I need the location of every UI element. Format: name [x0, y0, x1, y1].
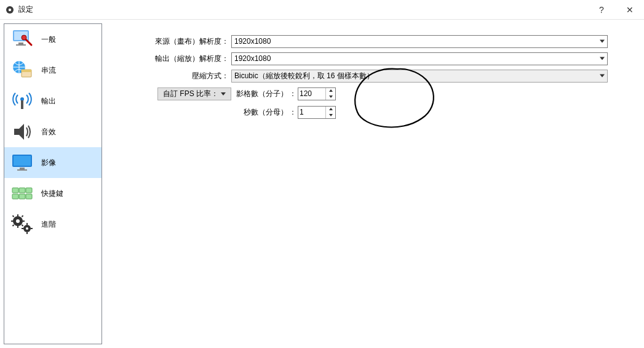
downscale-filter-value: Bicubic（縮放後較銳利，取 16 個樣本數）: [234, 71, 374, 81]
spin-down-icon[interactable]: [326, 112, 335, 118]
svg-rect-31: [12, 224, 15, 227]
fps-numerator-spinbox[interactable]: [298, 87, 336, 100]
sidebar-item-audio[interactable]: 音效: [4, 116, 101, 147]
close-button[interactable]: ✕: [616, 0, 644, 20]
fps-denominator-input[interactable]: [298, 107, 325, 118]
svg-rect-24: [17, 214, 18, 217]
fps-denominator-label: 秒數（分母）: [235, 107, 288, 118]
sidebar-item-label: 音效: [41, 127, 56, 137]
svg-rect-14: [20, 168, 25, 169]
sidebar-item-label: 快捷鍵: [41, 188, 63, 199]
fps-denominator-spinbox[interactable]: [298, 106, 336, 119]
spin-up-icon[interactable]: [326, 88, 335, 94]
svg-rect-16: [12, 188, 18, 193]
svg-rect-36: [22, 228, 23, 229]
svg-rect-28: [12, 215, 15, 217]
globe-box-icon: [9, 57, 35, 83]
fps-type-button[interactable]: 自訂 FPS 比率：: [157, 87, 231, 100]
window-title: 設定: [18, 4, 33, 15]
fps-numerator-label: 影格數（分子）: [235, 89, 288, 99]
sidebar-item-label: 進階: [41, 219, 56, 230]
svg-point-6: [22, 35, 26, 40]
output-resolution-value: 1920x1080: [234, 54, 271, 63]
svg-rect-5: [16, 44, 26, 46]
svg-point-1: [9, 8, 11, 10]
sidebar-item-video[interactable]: 影像: [4, 147, 101, 178]
video-settings-panel: 來源（畫布）解析度： 1920x1080 輸出（縮放）解析度： 1920x108…: [102, 23, 640, 344]
fps-type-label: 自訂 FPS 比率：: [163, 89, 218, 99]
base-resolution-label: 來源（畫布）解析度：: [127, 36, 231, 47]
speaker-icon: [9, 119, 35, 145]
svg-rect-4: [18, 42, 23, 44]
sidebar-item-output[interactable]: 輸出: [4, 86, 101, 116]
app-icon: [5, 5, 15, 15]
keyboard-icon: [9, 180, 35, 206]
svg-point-23: [16, 219, 20, 223]
svg-rect-30: [22, 215, 24, 217]
spin-down-icon[interactable]: [326, 94, 335, 100]
svg-rect-20: [19, 194, 25, 199]
svg-rect-11: [21, 100, 23, 109]
svg-rect-37: [31, 228, 33, 229]
sidebar-item-label: 影像: [41, 158, 56, 168]
chevron-down-icon: [600, 40, 605, 43]
sidebar-item-stream[interactable]: 串流: [4, 55, 101, 86]
svg-rect-26: [11, 221, 14, 222]
base-resolution-value: 1920x1080: [234, 37, 271, 46]
sidebar-item-label: 輸出: [41, 96, 56, 107]
monitor-wrench-icon: [9, 26, 35, 52]
svg-point-33: [26, 227, 28, 230]
svg-rect-34: [26, 223, 28, 225]
svg-rect-13: [14, 156, 31, 166]
svg-rect-17: [19, 188, 25, 193]
fps-numerator-input[interactable]: [298, 88, 325, 100]
svg-rect-21: [26, 194, 32, 199]
sidebar: 一般 串流 輸出 音效 影像: [4, 23, 102, 344]
chevron-down-icon: [221, 92, 226, 95]
help-button[interactable]: ?: [587, 0, 616, 20]
svg-rect-25: [17, 225, 18, 228]
titlebar: 設定 ? ✕: [0, 0, 644, 20]
chevron-down-icon: [600, 75, 605, 78]
chevron-down-icon: [600, 57, 605, 60]
broadcast-icon: [9, 88, 35, 114]
sidebar-item-label: 一般: [41, 34, 56, 45]
output-resolution-combo[interactable]: 1920x1080: [231, 52, 608, 65]
gears-icon: [9, 211, 35, 237]
colon: ：: [288, 89, 298, 99]
svg-rect-29: [22, 224, 24, 227]
downscale-filter-label: 壓縮方式：: [127, 71, 231, 81]
svg-rect-15: [17, 169, 27, 171]
svg-rect-35: [26, 232, 28, 234]
output-resolution-label: 輸出（縮放）解析度：: [127, 54, 231, 64]
svg-rect-18: [26, 188, 32, 193]
svg-rect-19: [12, 194, 18, 199]
sidebar-item-label: 串流: [41, 65, 56, 76]
spin-up-icon[interactable]: [326, 107, 335, 113]
svg-rect-9: [22, 70, 31, 72]
sidebar-item-hotkeys[interactable]: 快捷鍵: [4, 178, 101, 209]
sidebar-item-advanced[interactable]: 進階: [4, 209, 101, 240]
downscale-filter-combo[interactable]: Bicubic（縮放後較銳利，取 16 個樣本數）: [231, 70, 608, 83]
sidebar-item-general[interactable]: 一般: [4, 24, 101, 55]
base-resolution-combo[interactable]: 1920x1080: [231, 35, 608, 48]
colon: ：: [288, 107, 298, 118]
monitor-icon: [9, 150, 35, 176]
svg-rect-27: [22, 221, 25, 222]
